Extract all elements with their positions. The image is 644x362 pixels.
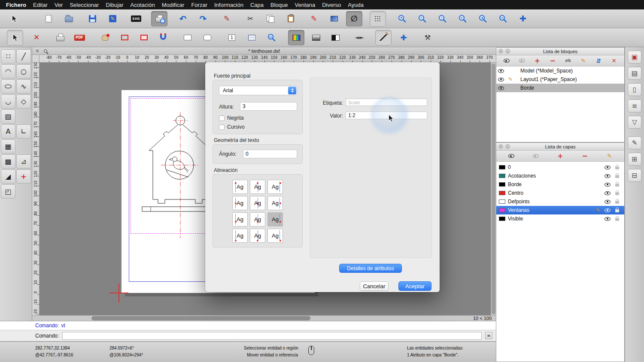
layer-visibility-toggle[interactable]	[603, 174, 612, 178]
menu-ver[interactable]: Ver	[55, 2, 63, 8]
blocks-add[interactable]: +	[532, 57, 542, 65]
layer-visibility-toggle[interactable]	[603, 208, 612, 212]
block-visibility-toggle[interactable]	[496, 69, 506, 73]
measure-tools[interactable]: ⊿	[16, 154, 31, 169]
align-bottom-right[interactable]: Ag	[267, 229, 283, 243]
grayscale-mode[interactable]	[308, 30, 324, 45]
close-drawing-tab-button[interactable]: ✕	[34, 48, 40, 54]
attribute-details-button[interactable]: Detalles de atributos	[339, 264, 402, 273]
align-middle-left[interactable]: Ag	[232, 196, 248, 210]
panel-pen-pad[interactable]: ✎	[628, 136, 641, 149]
horizontal-scrollbar[interactable]: 10 < 100	[32, 315, 496, 321]
vertical-scrollbar[interactable]	[491, 63, 496, 315]
height-input[interactable]	[240, 102, 297, 111]
snap-magnet[interactable]	[155, 30, 171, 45]
circle-tools[interactable]: ○	[16, 64, 31, 78]
layer-row-defpoints[interactable]: Defpoints	[496, 197, 624, 206]
save-with-edit[interactable]: ✎	[104, 11, 121, 27]
paper-rounded[interactable]	[199, 30, 216, 45]
align-top-center[interactable]: Ag	[250, 180, 265, 194]
align-bottom-center[interactable]: Ag	[250, 229, 265, 243]
layer-lock-toggle[interactable]	[612, 174, 622, 178]
null-entity[interactable]: ∅	[346, 11, 362, 27]
layer-row-borde[interactable]: Borde	[496, 180, 624, 189]
edit-entity[interactable]: ✎	[219, 11, 235, 27]
menu-fichero[interactable]: Fichero	[6, 2, 26, 8]
menu-dibujar[interactable]: Dibujar	[106, 2, 123, 8]
draw-order-pen[interactable]: ✎	[306, 11, 322, 27]
panel-list[interactable]: ≡	[628, 100, 641, 112]
close-drawing[interactable]: ✕	[28, 30, 45, 45]
align-middle-center[interactable]: Ag	[250, 196, 265, 210]
panel-properties[interactable]: ⊞	[628, 153, 641, 166]
grid-toggle[interactable]	[370, 11, 386, 27]
panel-clipboard[interactable]: ⊟	[628, 169, 641, 182]
layers-hide-all[interactable]	[531, 152, 541, 160]
layer-row-centro[interactable]: Centro	[496, 189, 624, 197]
menu-acotacion[interactable]: Acotación	[131, 2, 155, 8]
layer-lock-toggle[interactable]	[612, 208, 622, 212]
menu-forzar[interactable]: Forzar	[191, 2, 207, 8]
ellipse-tools[interactable]	[1, 79, 15, 94]
full-color-mode[interactable]	[288, 30, 304, 45]
isometric-tools[interactable]: ◰	[1, 184, 15, 199]
layer-lock-toggle[interactable]	[612, 199, 622, 204]
selection-filter[interactable]	[326, 11, 342, 27]
command-input[interactable]	[62, 332, 482, 340]
layer-visibility-toggle[interactable]	[603, 217, 612, 221]
detach-drawing-tab-button[interactable]	[43, 48, 49, 54]
menu-modificar[interactable]: Modificar	[162, 2, 185, 8]
blocks-remove[interactable]: −	[547, 57, 558, 65]
save-document[interactable]	[84, 11, 100, 27]
layers-panel-float-button[interactable]: ▫	[505, 144, 510, 149]
point-tools[interactable]: ∷	[1, 49, 15, 63]
layer-visibility-toggle[interactable]	[603, 183, 612, 187]
draft-grid[interactable]	[136, 30, 152, 45]
layers-add[interactable]: +	[555, 152, 565, 160]
black-white-mode[interactable]	[327, 30, 343, 45]
single-sheet[interactable]: 1	[224, 30, 240, 45]
align-top-left[interactable]: Ag	[232, 180, 248, 194]
angle-input[interactable]	[243, 150, 297, 158]
cancel-button[interactable]: Cancelar	[360, 281, 389, 291]
block-visibility-toggle[interactable]	[496, 78, 506, 81]
layer-visibility-toggle[interactable]	[603, 166, 612, 169]
arc-tools[interactable]: ◠	[1, 64, 15, 78]
dimension-tools[interactable]: ∟	[16, 124, 31, 139]
layer-row-0[interactable]: 0	[496, 163, 624, 172]
panel-filter[interactable]: ▽	[628, 116, 641, 129]
misc-tools[interactable]: ⚒	[419, 30, 436, 45]
layer-visibility-toggle[interactable]	[603, 191, 612, 195]
polyline-tools[interactable]: ◡	[1, 94, 15, 109]
zoom-selection[interactable]: ▪	[454, 11, 471, 27]
zoom-previous[interactable]: ◂	[474, 11, 491, 27]
layer-visibility-toggle[interactable]	[603, 200, 612, 204]
layer-lock-toggle[interactable]	[612, 191, 622, 195]
selection-pointer[interactable]	[7, 30, 23, 45]
pan-view[interactable]: ✚	[515, 11, 531, 27]
spline-tools[interactable]: ∿	[16, 79, 31, 94]
print[interactable]	[52, 30, 68, 45]
vertical-scrollbar-thumb[interactable]	[492, 63, 495, 314]
panel-block-library[interactable]: ▣	[628, 51, 641, 63]
menu-bloque[interactable]: Bloque	[270, 2, 288, 8]
accept-button[interactable]: Aceptar	[398, 281, 431, 291]
zoom-in[interactable]: +	[394, 11, 410, 27]
blocks-edit[interactable]: ✎	[578, 57, 589, 65]
snap-center-tool[interactable]: +	[16, 169, 31, 184]
layer-lock-toggle[interactable]	[612, 165, 622, 169]
paper-frame[interactable]	[179, 30, 196, 45]
menu-informacion[interactable]: Información	[214, 2, 243, 8]
print-preview[interactable]	[151, 11, 167, 27]
export-pdf[interactable]: PDF	[71, 30, 88, 45]
lineweight-display[interactable]	[375, 30, 392, 45]
shape-tools[interactable]: ◇	[16, 94, 31, 109]
copy[interactable]	[262, 11, 279, 27]
layers-panel-close-button[interactable]: ✕	[498, 144, 503, 149]
layer-row-acotaciones[interactable]: Acotaciones	[496, 172, 624, 180]
paste[interactable]	[283, 11, 299, 27]
redo[interactable]: ↷	[195, 11, 211, 27]
undo[interactable]: ↶	[175, 11, 191, 27]
add-reference[interactable]: ✚	[395, 30, 412, 45]
block-row-layout1-paper-space[interactable]: ✎Layout1 (*Paper_Space)	[496, 75, 624, 84]
